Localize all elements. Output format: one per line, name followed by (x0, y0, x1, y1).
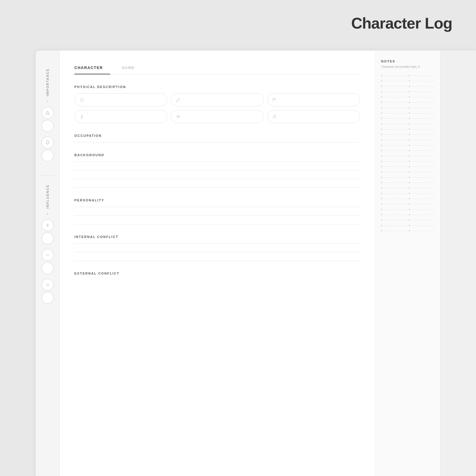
notes-dashed-line (412, 97, 435, 97)
plus-icon-circle[interactable] (42, 219, 54, 231)
notes-dashed-line (384, 145, 407, 145)
notes-dashed-line (412, 183, 435, 183)
notes-dot (381, 182, 382, 183)
notes-dot-row (381, 214, 434, 215)
equals-control[interactable] (42, 279, 54, 304)
notes-dot (409, 91, 410, 92)
background-label: BACKGROUND (74, 153, 360, 157)
notes-dot (409, 107, 410, 108)
notes-dot-row (381, 107, 434, 108)
minus-control[interactable] (42, 249, 54, 274)
tab-name[interactable]: NAME (122, 62, 142, 74)
notes-dot-row (381, 86, 434, 87)
occupation-line-1 (74, 142, 360, 143)
notes-dot (381, 112, 382, 114)
triangle-control[interactable] (42, 107, 54, 132)
notes-dashed-line (384, 151, 407, 151)
notes-dashed-line (384, 113, 407, 113)
notes-dot (381, 129, 382, 130)
notes-dashed-line (412, 134, 435, 135)
notes-dot (409, 139, 410, 140)
notes-dashed-line (384, 156, 407, 156)
notes-dashed-line (384, 129, 407, 129)
plus-icon (45, 223, 50, 228)
pill-body[interactable] (74, 110, 167, 123)
notes-dashed-line (412, 193, 435, 194)
notes-dot (409, 145, 410, 146)
page-title: Character Log (351, 14, 452, 32)
eye-icon (176, 114, 181, 119)
notes-dot-row (381, 182, 434, 183)
internal-line-2 (74, 252, 360, 252)
notes-dot-row (381, 112, 434, 114)
minus-icon (45, 252, 50, 258)
notes-dashed-line (412, 81, 435, 81)
notes-dashed-line (384, 161, 407, 162)
triangle-icon-circle[interactable] (42, 107, 54, 119)
personality-section: PERSONALITY (74, 198, 360, 224)
plus-control[interactable] (42, 219, 54, 244)
pill-age[interactable] (74, 93, 167, 107)
notes-dashed-line (412, 124, 435, 124)
notes-dot-row (381, 161, 434, 162)
notes-dashed-line (412, 140, 435, 140)
notes-dot (409, 80, 410, 82)
minus-icon-circle[interactable] (42, 249, 54, 261)
notes-dot-row (381, 225, 434, 226)
notes-dashed-line (412, 161, 435, 162)
notes-dot (381, 214, 382, 215)
background-line-2 (74, 170, 360, 170)
notes-dot (381, 91, 382, 92)
background-section: BACKGROUND (74, 153, 360, 188)
notes-dashed-line (384, 118, 407, 119)
notes-dot (381, 166, 382, 167)
lightbulb-control[interactable] (42, 137, 54, 162)
notes-dot (381, 161, 382, 162)
plus-capsule (42, 232, 54, 244)
notes-dashed-line (384, 124, 407, 124)
notes-dashed-line (412, 220, 435, 220)
notes-dot (381, 150, 382, 151)
notes-dot (381, 155, 382, 156)
notes-dashed-line (384, 76, 407, 76)
background-line-4 (74, 187, 360, 188)
notes-dashed-line (384, 220, 407, 220)
notes-dot (381, 225, 382, 226)
notes-dot-row (381, 139, 434, 140)
notes-dot-row (381, 155, 434, 156)
lightbulb-icon-circle[interactable] (42, 137, 54, 148)
minus-capsule (42, 262, 54, 274)
notes-dashed-line (384, 97, 407, 97)
tab-character[interactable]: CHARACTER (74, 62, 110, 74)
pill-eye[interactable] (171, 110, 264, 123)
page-container: IMPORTANCE ↓ (36, 51, 476, 476)
equals-icon-circle[interactable] (42, 279, 54, 291)
pill-figure[interactable] (267, 110, 360, 123)
notes-dashed-line (384, 134, 407, 135)
internal-line-3 (74, 261, 360, 261)
notes-dashed-line (412, 145, 435, 145)
notes-dot-rows (381, 75, 434, 231)
svg-point-2 (178, 116, 179, 117)
tabs-row: CHARACTER NAME (74, 62, 360, 74)
importance-section: IMPORTANCE ↓ (42, 62, 54, 172)
notes-dot-row (381, 198, 434, 199)
notes-dot (409, 129, 410, 130)
secondary-panel (440, 51, 476, 476)
notes-dot (381, 75, 382, 76)
triangle-icon (45, 110, 50, 115)
notes-dashed-line (384, 167, 407, 167)
internal-conflict-section: INTERNAL CONFLICT (74, 235, 360, 261)
notes-dot (381, 107, 382, 108)
physical-description-section: PHYSICAL DESCRIPTION (74, 85, 360, 123)
main-content: CHARACTER NAME PHYSICAL DESCRIPTION (60, 51, 375, 476)
notes-dot (381, 96, 382, 98)
notes-subtitle: Character personality traits, fl (381, 65, 434, 69)
notes-dot (409, 96, 410, 98)
notes-dot (409, 75, 410, 76)
background-line-3 (74, 179, 360, 179)
notes-dot (381, 209, 382, 210)
pill-flag[interactable] (267, 93, 360, 107)
pill-pencil[interactable] (171, 93, 264, 107)
notes-dashed-line (412, 177, 435, 178)
